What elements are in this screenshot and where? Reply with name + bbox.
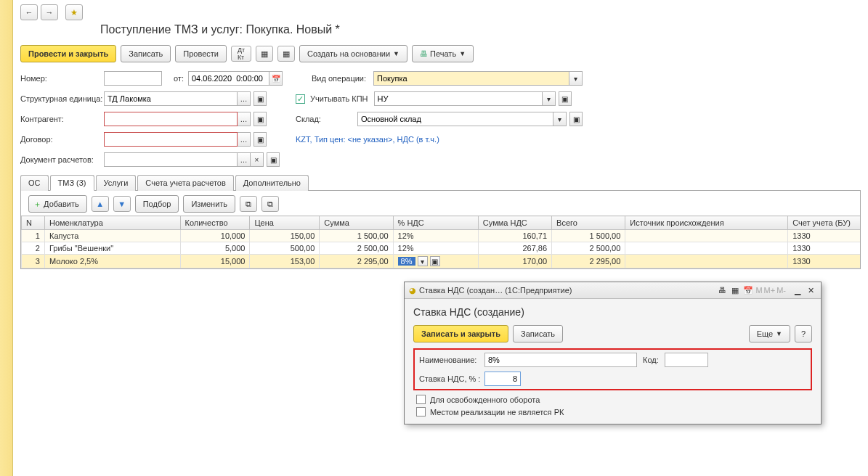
aux-button-1[interactable]: ▦ [256, 46, 273, 62]
vat-open-icon[interactable]: ▣ [430, 256, 440, 266]
dlg-more-button[interactable]: Еще▼ [749, 325, 790, 342]
table-row[interactable]: 2 Грибы "Вешенки" 5,000 500,00 2 500,00 … [22, 242, 861, 255]
vat-rate-dialog: ◕ Ставка НДС (создан… (1С:Предприятие) 🖶… [404, 282, 822, 424]
calendar-icon[interactable]: 📅 [269, 71, 283, 86]
tab-tmz[interactable]: ТМЗ (3) [50, 175, 94, 191]
rate-input[interactable] [484, 372, 521, 386]
table-row[interactable]: 1 Капуста 10,000 150,00 1 500,00 12% 160… [22, 230, 861, 242]
edit-row-button[interactable]: Изменить [183, 195, 235, 213]
minimize-icon[interactable]: ▁ [792, 284, 803, 296]
table-icon[interactable]: ▦ [729, 284, 741, 296]
print-icon[interactable]: 🖶 [716, 284, 728, 296]
warehouse-input[interactable] [357, 112, 553, 126]
add-row-button[interactable]: ＋ Добавить [28, 195, 87, 213]
settlement-open-button[interactable]: ▣ [267, 152, 280, 167]
tab-services[interactable]: Услуги [96, 175, 137, 191]
col-vat-pct[interactable]: % НДС [393, 216, 478, 230]
m-plus-button[interactable]: M+ [764, 286, 776, 295]
code-input[interactable] [665, 353, 708, 367]
kpn-input[interactable] [374, 91, 543, 106]
chk-not-rk-row[interactable]: Местом реализации не является РК [416, 407, 812, 416]
close-icon[interactable]: ✕ [805, 284, 816, 296]
rate-label: Ставка НДС, % : [419, 374, 484, 383]
aux-button-2[interactable]: ▦ [277, 46, 295, 62]
m-minus-button[interactable]: M- [776, 286, 786, 295]
tab-additional[interactable]: Дополнительно [235, 175, 309, 191]
chk-not-rk[interactable] [416, 407, 426, 416]
warehouse-dropdown-icon[interactable]: ▾ [553, 112, 567, 126]
vat-editing-cell[interactable]: 8% [398, 257, 415, 266]
dt-kt-button[interactable]: ДтКт [231, 46, 251, 62]
code-label: Код: [643, 356, 665, 364]
move-up-button[interactable]: ▲ [92, 196, 109, 212]
col-qty[interactable]: Количество [180, 216, 250, 230]
kpn-open-button[interactable]: ▣ [559, 91, 572, 106]
operation-type-dropdown-icon[interactable]: ▾ [569, 71, 583, 86]
nav-back-button[interactable]: ← [20, 4, 38, 20]
paste-button[interactable]: ⧉ [261, 196, 279, 212]
nav-forward-button[interactable]: → [41, 4, 58, 20]
document-toolbar: Провести и закрыть Записать Провести ДтК… [20, 45, 861, 62]
name-input[interactable] [484, 353, 637, 367]
vat-dropdown-icon[interactable]: ▾ [418, 256, 428, 266]
col-origin[interactable]: Источник происхождения [625, 216, 788, 230]
chk-not-rk-label: Местом реализации не является РК [430, 408, 564, 416]
chk-exempt-row[interactable]: Для освобожденного оборота [416, 395, 812, 404]
settlement-clear-button[interactable]: × [251, 152, 264, 167]
favorite-button[interactable]: ★ [65, 4, 83, 20]
dialog-heading: Ставка НДС (создание) [413, 306, 812, 318]
org-label: Структурная единица: [20, 94, 104, 103]
tab-os[interactable]: ОС [20, 175, 49, 191]
col-sum[interactable]: Сумма [320, 216, 393, 230]
tab-accounts[interactable]: Счета учета расчетов [137, 175, 233, 191]
name-label: Наименование: [419, 356, 484, 364]
app-icon: ◕ [409, 286, 416, 295]
dlg-save-close-button[interactable]: Записать и закрыть [413, 325, 508, 342]
dlg-help-button[interactable]: ? [795, 325, 812, 342]
contract-select-button[interactable]: … [238, 132, 251, 147]
settlement-select-button[interactable]: … [238, 152, 251, 167]
contract-open-button[interactable]: ▣ [253, 132, 267, 147]
chk-exempt[interactable] [416, 395, 426, 404]
col-vat-sum[interactable]: Сумма НДС [478, 216, 551, 230]
page-title: Поступление ТМЗ и услуг: Покупка. Новый … [100, 23, 861, 36]
warehouse-open-button[interactable]: ▣ [569, 112, 583, 126]
date-input[interactable] [188, 71, 269, 86]
contract-label: Договор: [20, 135, 104, 144]
col-total[interactable]: Всего [552, 216, 625, 230]
settlement-input[interactable] [104, 152, 238, 167]
dialog-caption-right: (1С:Предприятие) [505, 286, 572, 295]
org-input[interactable] [104, 91, 238, 106]
items-grid[interactable]: N Номенклатура Количество Цена Сумма % Н… [20, 216, 861, 269]
col-n[interactable]: N [22, 216, 45, 230]
m-button[interactable]: M [755, 286, 762, 295]
col-acct-bu[interactable]: Счет учета (БУ) [788, 216, 861, 230]
record-button[interactable]: Записать [121, 45, 171, 62]
contragent-select-button[interactable]: … [238, 112, 251, 126]
post-and-close-button[interactable]: Провести и закрыть [20, 45, 116, 62]
contract-input[interactable] [104, 132, 238, 147]
contragent-input[interactable] [104, 112, 238, 126]
contragent-open-button[interactable]: ▣ [253, 112, 267, 126]
org-select-button[interactable]: … [238, 91, 251, 106]
number-input[interactable] [104, 71, 162, 86]
contragent-label: Контрагент: [20, 115, 104, 123]
post-button[interactable]: Провести [175, 45, 227, 62]
calendar-icon[interactable]: 📅 [742, 284, 754, 296]
table-row-selected[interactable]: 3 Молоко 2,5% 15,000 153,00 2 295,00 8% … [22, 255, 861, 268]
pick-button[interactable]: Подбор [135, 195, 179, 213]
org-open-button[interactable]: ▣ [253, 91, 267, 106]
kpn-checkbox-wrap[interactable]: ✓ Учитывать КПН [296, 94, 368, 104]
copy-button[interactable]: ⧉ [240, 196, 257, 212]
detail-tabs: ОС ТМЗ (3) Услуги Счета учета расчетов Д… [20, 174, 861, 191]
currency-link[interactable]: KZT, Тип цен: <не указан>, НДС (в т.ч.) [296, 135, 439, 144]
kpn-dropdown-icon[interactable]: ▾ [543, 91, 556, 106]
operation-type-select[interactable] [373, 71, 569, 86]
dlg-save-button[interactable]: Записать [513, 325, 563, 342]
print-button[interactable]: 🖶 Печать▼ [412, 45, 474, 62]
col-item[interactable]: Номенклатура [44, 216, 180, 230]
move-down-button[interactable]: ▼ [113, 196, 131, 212]
from-label: от: [166, 74, 184, 83]
col-price[interactable]: Цена [250, 216, 320, 230]
create-based-button[interactable]: Создать на основании▼ [299, 45, 407, 62]
